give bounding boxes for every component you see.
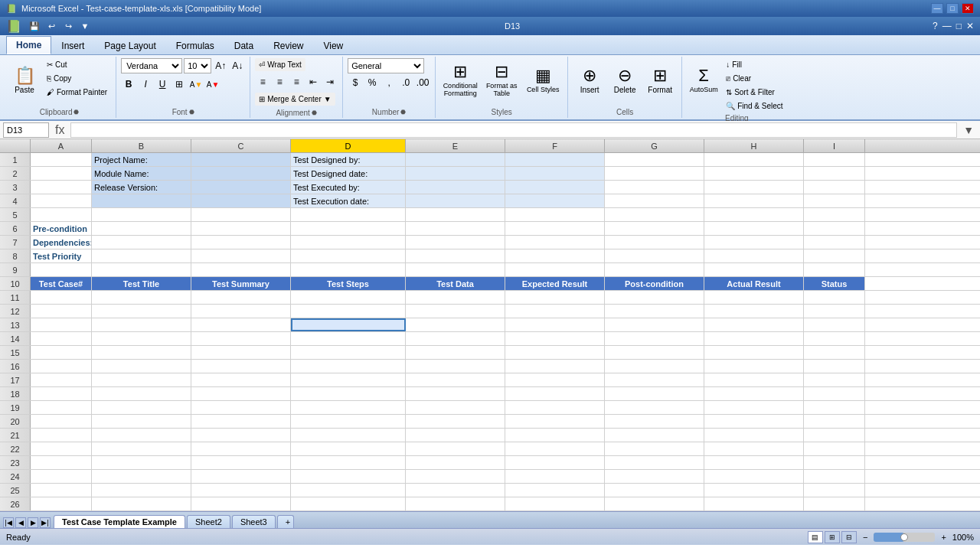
cell-18-C[interactable] (191, 387, 291, 400)
delete-button[interactable]: ⊖ Delete (608, 58, 642, 103)
cell-7-I[interactable] (804, 236, 865, 249)
cell-3-H[interactable] (704, 181, 804, 194)
cell-25-C[interactable] (191, 484, 291, 497)
cell-5-I[interactable] (804, 208, 865, 221)
cell-15-C[interactable] (191, 346, 291, 359)
row-number[interactable]: 2 (0, 167, 31, 180)
cell-13-A[interactable] (31, 318, 92, 331)
cell-23-H[interactable] (704, 456, 804, 469)
cell-3-E[interactable] (406, 181, 505, 194)
cell-13-D[interactable] (291, 318, 406, 331)
cell-24-D[interactable] (291, 470, 406, 483)
cell-23-D[interactable] (291, 456, 406, 469)
cell-2-A[interactable] (31, 167, 92, 180)
cell-5-H[interactable] (704, 208, 804, 221)
cell-19-I[interactable] (804, 401, 865, 414)
font-size-select[interactable]: 10 (184, 58, 211, 73)
row-number[interactable]: 9 (0, 263, 31, 276)
cell-20-F[interactable] (505, 415, 605, 428)
cell-19-E[interactable] (406, 401, 505, 414)
cell-9-B[interactable] (92, 263, 191, 276)
col-header-i[interactable]: I (804, 139, 865, 152)
cell-8-E[interactable] (406, 249, 505, 262)
cell-12-I[interactable] (804, 305, 865, 318)
col-header-e[interactable]: E (406, 139, 505, 152)
cell-21-F[interactable] (505, 429, 605, 442)
cell-25-B[interactable] (92, 484, 191, 497)
cell-14-I[interactable] (804, 332, 865, 345)
cell-8-I[interactable] (804, 249, 865, 262)
cell-23-G[interactable] (605, 456, 704, 469)
number-expand-icon[interactable]: ⬣ (400, 109, 406, 116)
cell-21-E[interactable] (406, 429, 505, 442)
cell-19-G[interactable] (605, 401, 704, 414)
number-format-select[interactable]: General (348, 58, 424, 73)
cell-14-A[interactable] (31, 332, 92, 345)
cell-4-I[interactable] (804, 194, 865, 207)
format-painter-button[interactable]: 🖌 Format Painter (43, 86, 111, 99)
next-sheet-button[interactable]: ▶ (28, 517, 38, 528)
cell-20-A[interactable] (31, 415, 92, 428)
cell-26-H[interactable] (704, 497, 804, 510)
cell-1-I[interactable] (804, 153, 865, 166)
cell-11-A[interactable] (31, 291, 92, 304)
comma-button[interactable]: , (381, 75, 397, 90)
cell-12-G[interactable] (605, 305, 704, 318)
cell-15-D[interactable] (291, 346, 406, 359)
row-number[interactable]: 10 (0, 277, 31, 290)
cell-8-H[interactable] (704, 249, 804, 262)
cell-16-D[interactable] (291, 360, 406, 373)
cell-5-F[interactable] (505, 208, 605, 221)
cell-10-A[interactable]: Test Case# (31, 277, 92, 290)
minimize-button[interactable]: — (931, 3, 943, 14)
zoom-plus-button[interactable]: + (941, 533, 946, 542)
row-number[interactable]: 18 (0, 387, 31, 400)
sheet-tab-2[interactable]: Sheet3 (232, 515, 276, 528)
cell-24-B[interactable] (92, 470, 191, 483)
autosum-button[interactable]: Σ AutoSum (687, 58, 720, 103)
cell-6-D[interactable] (291, 222, 406, 235)
cell-9-E[interactable] (406, 263, 505, 276)
cell-10-E[interactable]: Test Data (406, 277, 505, 290)
cell-17-I[interactable] (804, 373, 865, 386)
cell-10-I[interactable]: Status (804, 277, 865, 290)
cell-4-C[interactable] (191, 194, 291, 207)
sort-filter-button[interactable]: ⇅ Sort & Filter (722, 86, 786, 99)
cell-10-C[interactable]: Test Summary (191, 277, 291, 290)
row-number[interactable]: 8 (0, 249, 31, 262)
paste-button[interactable]: 📋 Paste (8, 58, 41, 103)
cell-26-I[interactable] (804, 497, 865, 510)
cell-20-G[interactable] (605, 415, 704, 428)
cell-22-B[interactable] (92, 442, 191, 455)
cell-22-H[interactable] (704, 442, 804, 455)
cell-19-A[interactable] (31, 401, 92, 414)
cell-5-E[interactable] (406, 208, 505, 221)
decrease-indent-button[interactable]: ⇤ (305, 74, 321, 90)
cell-3-G[interactable] (605, 181, 704, 194)
cell-10-F[interactable]: Expected Result (505, 277, 605, 290)
cell-26-G[interactable] (605, 497, 704, 510)
cell-10-H[interactable]: Actual Result (704, 277, 804, 290)
tab-page-layout[interactable]: Page Layout (94, 37, 165, 54)
cell-9-A[interactable] (31, 263, 92, 276)
cell-15-I[interactable] (804, 346, 865, 359)
cell-26-C[interactable] (191, 497, 291, 510)
cell-24-A[interactable] (31, 470, 92, 483)
cell-8-D[interactable] (291, 249, 406, 262)
row-number[interactable]: 21 (0, 429, 31, 442)
cell-16-H[interactable] (704, 360, 804, 373)
alignment-expand-icon[interactable]: ⬣ (312, 109, 317, 116)
cell-22-A[interactable] (31, 442, 92, 455)
cell-16-I[interactable] (804, 360, 865, 373)
cell-7-H[interactable] (704, 236, 804, 249)
cell-26-B[interactable] (92, 497, 191, 510)
cell-24-H[interactable] (704, 470, 804, 483)
cell-11-G[interactable] (605, 291, 704, 304)
cell-26-F[interactable] (505, 497, 605, 510)
cell-25-D[interactable] (291, 484, 406, 497)
cell-14-C[interactable] (191, 332, 291, 345)
cell-1-B[interactable]: Project Name: (92, 153, 191, 166)
cell-12-C[interactable] (191, 305, 291, 318)
cell-1-D[interactable]: Test Designed by: (291, 153, 406, 166)
cell-17-E[interactable] (406, 373, 505, 386)
